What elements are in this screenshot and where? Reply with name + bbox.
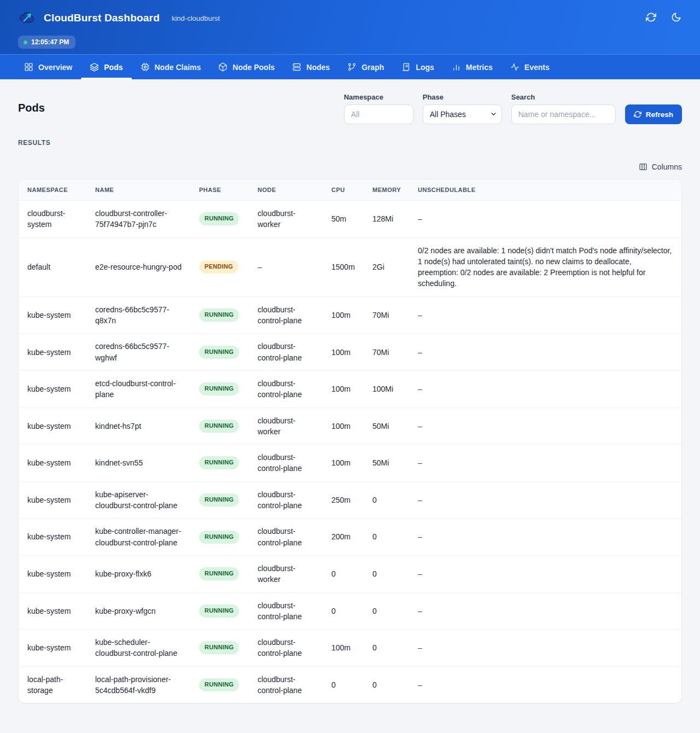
cell-phase: RUNNING: [190, 334, 249, 371]
table-row: kube-systemkindnet-hs7ptRUNNINGcloudburs…: [19, 408, 681, 445]
tab-label: Pods: [104, 63, 122, 72]
cell-memory: 0: [364, 481, 409, 519]
cell-node: cloudburst-control-plane: [249, 370, 323, 408]
cell-unschedulable: –: [409, 201, 681, 238]
cell-namespace: kube-system: [19, 630, 86, 667]
phase-badge: RUNNING: [199, 641, 239, 654]
tab-overview[interactable]: Overview: [15, 55, 81, 79]
column-header-phase: PHASE: [190, 179, 249, 201]
app-header: CloudBurst Dashboard kind-cloudburst: [0, 0, 700, 54]
cell-memory: 70Mi: [364, 334, 409, 371]
tab-label: Logs: [416, 63, 434, 72]
namespace-label: Namespace: [344, 93, 413, 101]
cell-phase: RUNNING: [190, 519, 249, 556]
cell-cpu: 50m: [323, 201, 364, 238]
cell-memory: 0: [364, 592, 409, 630]
theme-toggle-button[interactable]: [670, 12, 682, 24]
cell-unschedulable: –: [409, 592, 681, 630]
column-header-cpu: CPU: [323, 179, 364, 201]
column-header-memory: MEMORY: [364, 179, 409, 201]
phase-badge: RUNNING: [199, 604, 239, 618]
column-header-name: NAME: [86, 179, 190, 201]
cell-unschedulable: –: [409, 555, 681, 592]
cell-name: e2e-resource-hungry-pod: [86, 237, 190, 296]
cell-unschedulable: –: [409, 370, 681, 408]
tab-events[interactable]: Events: [501, 55, 558, 79]
cell-unschedulable: 0/2 nodes are available: 1 node(s) didn'…: [409, 237, 681, 296]
cell-node: cloudburst-control-plane: [249, 334, 323, 371]
cell-memory: 50Mi: [364, 408, 409, 445]
phase-badge: RUNNING: [199, 382, 239, 395]
phase-select[interactable]: All Phases: [423, 104, 502, 124]
cell-memory: 0: [364, 555, 409, 592]
cell-phase: PENDING: [190, 237, 249, 296]
phase-badge: RUNNING: [199, 420, 239, 433]
cell-cpu: 0: [323, 592, 364, 630]
main-nav: OverviewPodsNode ClaimsNode PoolsNodesGr…: [0, 54, 700, 79]
tab-node-claims[interactable]: Node Claims: [132, 55, 210, 79]
time-text: 12:05:47 PM: [31, 38, 69, 46]
tab-label: Metrics: [466, 63, 493, 72]
cell-name: coredns-66bc5c9577-wghwf: [86, 334, 190, 371]
cell-unschedulable: –: [409, 666, 681, 703]
phase-badge: RUNNING: [199, 456, 239, 469]
table-row: kube-systemetcd-cloudburst-control-plane…: [19, 370, 681, 408]
cell-namespace: kube-system: [19, 519, 86, 556]
cell-cpu: 100m: [323, 334, 364, 371]
cell-unschedulable: –: [409, 408, 681, 445]
table-row: kube-systemkube-proxy-wfgcnRUNNINGcloudb…: [19, 592, 681, 630]
table-row: kube-systemkube-proxy-flxk6RUNNINGcloudb…: [19, 555, 681, 592]
cell-namespace: kube-system: [19, 296, 86, 334]
cell-namespace: kube-system: [19, 592, 86, 630]
time-badge: 12:05:47 PM: [18, 36, 75, 49]
cell-cpu: 250m: [323, 481, 364, 519]
phase-badge: RUNNING: [199, 346, 239, 359]
cell-name: kube-proxy-flxk6: [86, 555, 190, 592]
cell-phase: RUNNING: [190, 592, 249, 630]
cell-node: –: [249, 237, 323, 296]
tab-node-pools[interactable]: Node Pools: [209, 55, 283, 79]
cell-namespace: default: [19, 237, 86, 296]
namespace-input[interactable]: [344, 104, 413, 124]
header-refresh-button[interactable]: [645, 12, 657, 24]
tab-graph[interactable]: Graph: [339, 55, 393, 79]
cell-name: cloudburst-controller-75f74947b7-pjn7c: [86, 201, 190, 238]
pods-table: NAMESPACENAMEPHASENODECPUMEMORYUNSCHEDUL…: [19, 179, 681, 703]
cell-memory: 100Mi: [364, 370, 409, 408]
cell-unschedulable: –: [409, 630, 681, 667]
cell-phase: RUNNING: [190, 296, 249, 334]
tab-logs[interactable]: Logs: [393, 55, 442, 79]
cell-namespace: kube-system: [19, 555, 86, 592]
filters-bar: Namespace Phase All Phases Search: [344, 93, 682, 124]
cell-node: cloudburst-worker: [249, 408, 323, 445]
tab-pods[interactable]: Pods: [81, 55, 131, 79]
scroll-icon: [401, 62, 411, 72]
table-row: defaulte2e-resource-hungry-podPENDING–15…: [19, 237, 681, 296]
table-row: kube-systemcoredns-66bc5c9577-wghwfRUNNI…: [19, 334, 681, 371]
search-input[interactable]: [511, 104, 616, 124]
cell-cpu: 100m: [323, 296, 364, 334]
cell-phase: RUNNING: [190, 370, 249, 408]
cell-name: local-path-provisioner-5c4cdb564f-vkdf9: [86, 666, 190, 703]
barchart-icon: [452, 62, 461, 72]
column-header-namespace: NAMESPACE: [19, 179, 86, 201]
package-icon: [218, 62, 228, 72]
page-title: Pods: [18, 93, 45, 114]
cell-namespace: kube-system: [19, 408, 86, 445]
cell-memory: 0: [364, 630, 409, 667]
cell-memory: 0: [364, 519, 409, 556]
refresh-icon: [634, 110, 641, 118]
refresh-button[interactable]: Refresh: [625, 104, 682, 124]
cell-name: kube-proxy-wfgcn: [86, 592, 190, 630]
table-row: kube-systemkube-controller-manager-cloud…: [19, 519, 681, 556]
tab-metrics[interactable]: Metrics: [443, 55, 501, 79]
tab-nodes[interactable]: Nodes: [283, 55, 339, 79]
cell-node: cloudburst-control-plane: [249, 519, 323, 556]
cloud-rocket-icon: [18, 11, 37, 25]
cell-unschedulable: –: [409, 445, 681, 482]
cell-name: kube-apiserver-cloudburst-control-plane: [86, 481, 190, 519]
cell-memory: 0: [364, 666, 409, 703]
cell-memory: 2Gi: [364, 237, 409, 296]
cell-cpu: 100m: [323, 445, 364, 482]
columns-button[interactable]: Columns: [639, 162, 682, 171]
